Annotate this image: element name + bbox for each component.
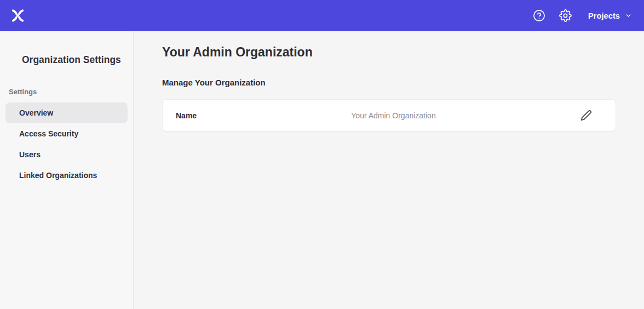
sidebar-item-label: Overview: [19, 108, 53, 117]
main-content: Your Admin Organization Manage Your Orga…: [134, 31, 644, 309]
help-circle-icon[interactable]: [532, 9, 547, 23]
projects-dropdown-label: Projects: [588, 12, 620, 20]
sidebar-item-label: Access Security: [19, 129, 78, 138]
chevron-down-icon: [625, 12, 632, 19]
sidebar: Organization Settings Settings Overview …: [0, 31, 134, 309]
sidebar-item-label: Users: [19, 150, 41, 159]
sidebar-item-overview[interactable]: Overview: [5, 102, 128, 123]
page-title: Your Admin Organization: [162, 45, 616, 60]
sidebar-item-label: Linked Organizations: [19, 171, 97, 180]
sidebar-title: Organization Settings: [22, 54, 133, 66]
page-shell: Organization Settings Settings Overview …: [0, 31, 644, 309]
topbar-actions: Projects: [532, 9, 632, 23]
sidebar-item-users[interactable]: Users: [5, 144, 128, 165]
name-field-value: Your Admin Organization: [209, 111, 578, 120]
edit-name-button[interactable]: [578, 108, 594, 123]
gear-icon[interactable]: [559, 9, 573, 23]
name-field-label: Name: [176, 111, 209, 120]
sidebar-nav: Overview Access Security Users Linked Or…: [0, 102, 133, 186]
pencil-icon: [580, 110, 592, 121]
brand-x-logo[interactable]: [10, 8, 25, 23]
section-title: Manage Your Organization: [162, 78, 616, 87]
sidebar-item-linked-organizations[interactable]: Linked Organizations: [5, 165, 128, 186]
sidebar-item-access-security[interactable]: Access Security: [5, 123, 128, 144]
projects-dropdown[interactable]: Projects: [588, 12, 632, 20]
sidebar-section-label: Settings: [9, 88, 133, 96]
organization-name-card: Name Your Admin Organization: [162, 99, 616, 131]
topbar: Projects: [0, 0, 644, 31]
